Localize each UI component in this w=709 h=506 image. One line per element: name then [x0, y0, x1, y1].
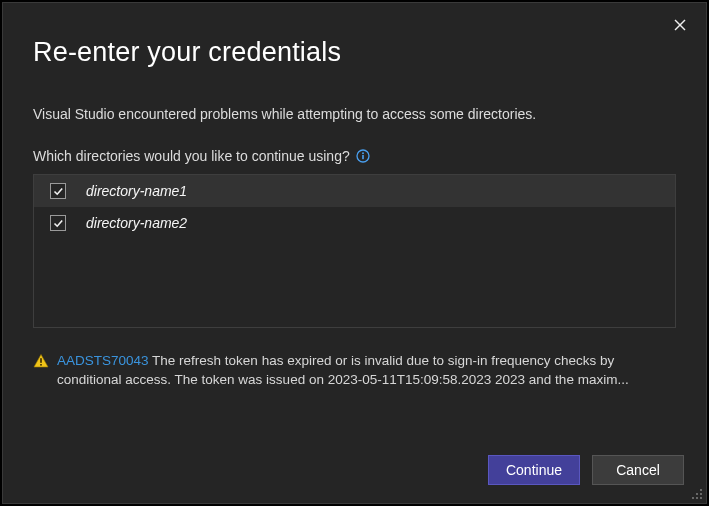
error-message: AADSTS70043 The refresh token has expire…	[33, 352, 676, 390]
dialog-title: Re-enter your credentials	[33, 37, 676, 68]
info-icon[interactable]	[356, 149, 370, 163]
directory-name: directory-name1	[86, 183, 187, 199]
error-msg-2: and the maxim...	[525, 372, 629, 387]
check-icon	[53, 186, 64, 197]
svg-point-3	[362, 152, 364, 154]
svg-point-8	[700, 489, 702, 491]
question-text: Which directories would you like to cont…	[33, 148, 350, 164]
svg-point-10	[700, 493, 702, 495]
checkbox[interactable]	[50, 183, 66, 199]
warning-icon	[33, 353, 49, 390]
svg-rect-7	[40, 364, 42, 366]
directory-list[interactable]: directory-name1 directory-name2	[33, 174, 676, 328]
checkbox[interactable]	[50, 215, 66, 231]
credentials-dialog: Re-enter your credentials Visual Studio …	[2, 2, 707, 504]
error-text: AADSTS70043 The refresh token has expire…	[57, 352, 674, 390]
resize-grip[interactable]	[689, 486, 703, 500]
close-icon	[674, 19, 686, 31]
svg-rect-4	[362, 155, 364, 159]
svg-rect-6	[40, 358, 42, 363]
cancel-button[interactable]: Cancel	[592, 455, 684, 485]
close-button[interactable]	[668, 13, 692, 37]
directory-name: directory-name2	[86, 215, 187, 231]
dialog-subtitle: Visual Studio encountered problems while…	[33, 106, 676, 122]
continue-button[interactable]: Continue	[488, 455, 580, 485]
dialog-footer: Continue Cancel	[3, 439, 706, 503]
error-code: AADSTS70043	[57, 353, 149, 368]
list-item[interactable]: directory-name2	[34, 207, 675, 239]
svg-point-12	[696, 497, 698, 499]
error-issued: 2023-05-11T15:09:58.2023 2023	[328, 372, 525, 387]
list-item[interactable]: directory-name1	[34, 175, 675, 207]
question-row: Which directories would you like to cont…	[33, 148, 676, 164]
svg-point-11	[692, 497, 694, 499]
svg-point-9	[696, 493, 698, 495]
svg-point-13	[700, 497, 702, 499]
check-icon	[53, 218, 64, 229]
